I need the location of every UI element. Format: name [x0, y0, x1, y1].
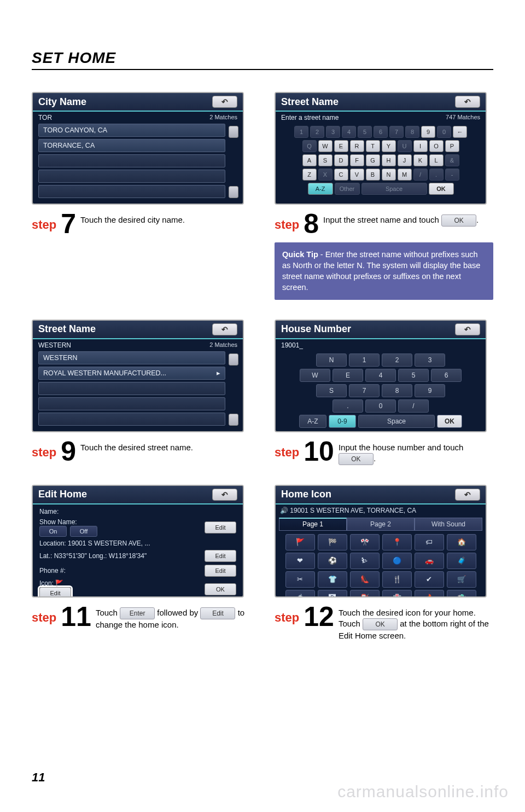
key-p[interactable]: P — [445, 140, 459, 152]
tab-page-2[interactable]: Page 2 — [347, 518, 415, 531]
key-s[interactable]: S — [316, 384, 347, 397]
key-2[interactable]: 2 — [310, 126, 324, 138]
key-y[interactable]: Y — [382, 140, 396, 152]
key-09[interactable]: 0-9 — [329, 415, 356, 428]
icon-option[interactable]: ⛽ — [350, 590, 380, 598]
key-7[interactable]: 7 — [349, 384, 380, 397]
key-w[interactable]: W — [300, 369, 330, 382]
key-t[interactable]: T — [366, 140, 380, 152]
icon-option[interactable]: ❤ — [285, 553, 315, 569]
key-z[interactable]: Z — [302, 169, 317, 181]
key-0[interactable]: 0 — [365, 399, 396, 413]
scroll-down[interactable] — [229, 186, 238, 198]
icon-option[interactable]: 🔵 — [382, 553, 412, 569]
key-dash[interactable]: - — [445, 169, 459, 181]
key-dot[interactable]: . — [429, 169, 444, 181]
key-6[interactable]: 6 — [431, 369, 462, 382]
key-d[interactable]: D — [334, 154, 348, 166]
key-slash[interactable]: / — [398, 399, 429, 413]
key-g[interactable]: G — [366, 154, 380, 166]
icon-option[interactable]: 🔥 — [415, 590, 444, 598]
key-x[interactable]: X — [318, 169, 332, 181]
key-slash[interactable]: / — [413, 169, 428, 181]
key-ok[interactable]: OK — [429, 183, 454, 195]
back-button[interactable]: ↶ — [455, 323, 480, 335]
off-toggle[interactable]: Off — [70, 526, 97, 537]
edit-button[interactable]: Edit — [205, 565, 236, 577]
key-i[interactable]: I — [413, 140, 428, 152]
ok-button[interactable]: OK — [205, 583, 236, 595]
key-amp[interactable]: & — [445, 154, 459, 166]
icon-option[interactable]: 🏷 — [415, 534, 444, 550]
icon-option[interactable]: 🚗 — [415, 553, 444, 569]
key-space[interactable]: Space — [361, 183, 427, 195]
key-c[interactable]: C — [334, 169, 348, 181]
key-az[interactable]: A-Z — [308, 183, 333, 195]
key-backspace[interactable]: ← — [453, 126, 467, 138]
edit-button[interactable]: Edit — [205, 550, 236, 562]
key-e[interactable]: E — [332, 369, 363, 382]
key-6[interactable]: 6 — [374, 126, 388, 138]
back-button[interactable]: ↶ — [455, 489, 480, 501]
list-item[interactable]: ROYAL WESTERN MANUFACTURED...▸ — [38, 367, 225, 380]
icon-option[interactable]: 🅿 — [318, 590, 347, 598]
icon-option[interactable]: 🏥 — [382, 590, 412, 598]
icon-option[interactable]: 🏠 — [447, 534, 476, 550]
key-5[interactable]: 5 — [358, 126, 372, 138]
key-5[interactable]: 5 — [398, 369, 429, 382]
key-3[interactable]: 3 — [415, 353, 445, 367]
key-a[interactable]: A — [302, 154, 317, 166]
icon-option[interactable]: 👠 — [350, 571, 380, 588]
icon-option[interactable]: ⚽ — [318, 553, 347, 569]
key-h[interactable]: H — [382, 154, 396, 166]
icon-option[interactable]: ✔ — [415, 571, 444, 588]
icon-option[interactable]: 🍵 — [285, 590, 315, 598]
key-n[interactable]: N — [382, 169, 396, 181]
key-8[interactable]: 8 — [405, 126, 419, 138]
back-button[interactable]: ↶ — [212, 96, 237, 108]
key-9[interactable]: 9 — [421, 126, 435, 138]
key-b[interactable]: B — [366, 169, 380, 181]
icon-option[interactable]: 🚩 — [285, 534, 315, 550]
key-9[interactable]: 9 — [415, 384, 445, 397]
icon-option[interactable]: 🛒 — [447, 571, 476, 588]
key-w[interactable]: W — [318, 140, 332, 152]
edit-icon-button[interactable]: Edit — [39, 587, 71, 598]
back-button[interactable]: ↶ — [212, 323, 237, 335]
tab-with-sound[interactable]: With Sound — [415, 518, 482, 531]
icon-option[interactable]: ⛷ — [350, 553, 380, 569]
back-button[interactable]: ↶ — [212, 489, 237, 501]
scroll-up[interactable] — [229, 353, 238, 366]
key-7[interactable]: 7 — [389, 126, 404, 138]
key-other[interactable]: Other — [335, 183, 360, 195]
key-8[interactable]: 8 — [382, 384, 412, 397]
icon-option[interactable]: 📍 — [382, 534, 412, 550]
back-button[interactable]: ↶ — [455, 96, 480, 108]
key-m[interactable]: M — [398, 169, 412, 181]
key-l[interactable]: L — [429, 154, 444, 166]
key-ok[interactable]: OK — [437, 415, 462, 428]
icon-option[interactable]: ✂ — [285, 571, 315, 588]
list-item[interactable]: TORRANCE, CA — [38, 139, 225, 152]
key-r[interactable]: R — [350, 140, 364, 152]
key-space[interactable]: Space — [358, 415, 435, 428]
scroll-up[interactable] — [229, 126, 238, 138]
key-n[interactable]: N — [316, 353, 347, 367]
key-v[interactable]: V — [350, 169, 364, 181]
icon-option[interactable]: 🍴 — [382, 571, 412, 588]
edit-button[interactable]: Edit — [205, 521, 236, 533]
key-1[interactable]: 1 — [294, 126, 308, 138]
key-j[interactable]: J — [398, 154, 412, 166]
key-4[interactable]: 4 — [365, 369, 396, 382]
key-q[interactable]: Q — [302, 140, 317, 152]
key-s[interactable]: S — [318, 154, 332, 166]
key-1[interactable]: 1 — [349, 353, 380, 367]
scroll-down[interactable] — [229, 414, 238, 426]
icon-option[interactable]: 👕 — [318, 571, 347, 588]
key-o[interactable]: O — [429, 140, 444, 152]
key-dot[interactable]: . — [332, 399, 363, 413]
key-u[interactable]: U — [398, 140, 412, 152]
icon-option[interactable]: 🏁 — [318, 534, 347, 550]
key-4[interactable]: 4 — [342, 126, 356, 138]
key-f[interactable]: F — [350, 154, 364, 166]
